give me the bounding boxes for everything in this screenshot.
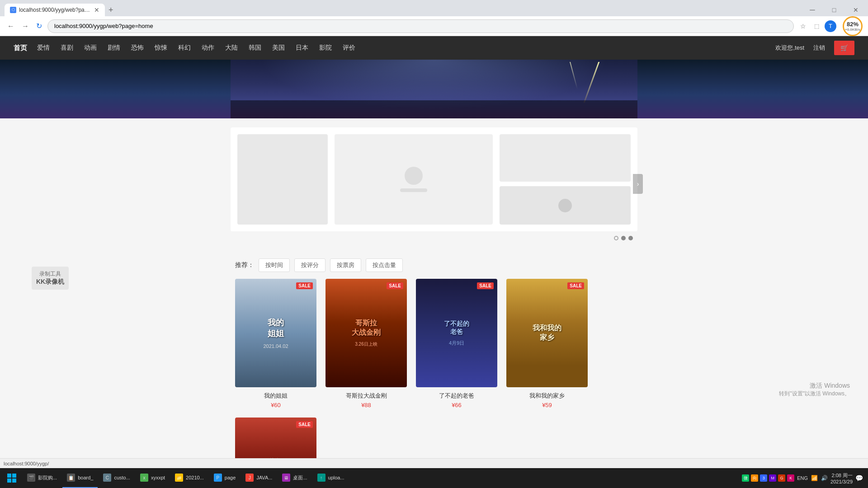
movies-section: 推荐： 按时间 按评分 按票房 按点击量 我的姐姐 2021.04.02 SAL… [231, 249, 637, 488]
tab-close-btn[interactable]: ✕ [94, 6, 99, 14]
nav-item-comedy[interactable]: 喜剧 [60, 42, 74, 54]
nav-item-action[interactable]: 动作 [201, 42, 215, 54]
profile-button[interactable]: T [825, 20, 836, 32]
nav-item-thriller[interactable]: 惊悚 [154, 42, 168, 54]
taskbar-btn-page[interactable]: P page [209, 468, 240, 488]
movie-card-dad[interactable]: 了不起的老爸 4月9日 SALE 了不起的老爸 ¥66 [416, 279, 497, 408]
ad-overlay: 录制工具 KK录像机 [32, 267, 69, 290]
tray-sound-icon[interactable]: 🔊 [821, 474, 828, 482]
address-input[interactable] [47, 19, 794, 33]
nav-item-scifi[interactable]: 科幻 [177, 42, 192, 54]
hero-banner [0, 60, 868, 118]
logout-button[interactable]: 注销 [813, 44, 825, 52]
slide-next-arrow[interactable]: › [633, 174, 643, 194]
filter-by-time[interactable]: 按时间 [259, 258, 290, 272]
java-icon: J [245, 474, 254, 482]
nav-item-american[interactable]: 美国 [271, 42, 286, 54]
movie-title-1: 我的姐姐 [235, 391, 316, 401]
nav-item-mainland[interactable]: 大陆 [224, 42, 239, 54]
slide-right-top[interactable] [500, 134, 631, 182]
performance-badge: 82% +0.0KB/s [843, 16, 863, 36]
nav-item-korean[interactable]: 韩国 [248, 42, 262, 54]
status-bar: localhost:9000/yygp/ [0, 458, 868, 468]
filter-by-rating[interactable]: 按评分 [294, 258, 326, 272]
movie-card-sisters[interactable]: 我的姐姐 2021.04.02 SALE 我的姐姐 ¥60 [235, 279, 316, 408]
taskbar-label-page: page [225, 475, 236, 480]
main-content-area: › 推荐： 按时间 按评分 按票房 按点击量 [0, 118, 868, 488]
movie-price-2: ¥88 [326, 402, 407, 408]
taskbar-lang[interactable]: ENG [797, 475, 808, 481]
nav-item-animation[interactable]: 动画 [83, 42, 98, 54]
browser-tab[interactable]: ⬡ localhost:9000/yyg/web?pag... ✕ [5, 4, 105, 16]
dot-1[interactable] [614, 236, 618, 240]
taskbar-btn-custom[interactable]: C custo... [99, 468, 134, 488]
taskbar-btn-cinema[interactable]: 🎬 影院购... [23, 468, 61, 488]
filter-by-box-office[interactable]: 按票房 [330, 258, 361, 272]
tray-icon-wechat[interactable]: 微 [742, 474, 749, 482]
taskbar-time: 2:08 周一 [830, 472, 853, 479]
taskbar-btn-desktop[interactable]: 🖥 桌面... [278, 468, 311, 488]
taskbar-clock[interactable]: 2:08 周一 2021/3/29 [830, 472, 853, 484]
tray-network-icon[interactable]: 📶 [811, 474, 818, 482]
movie-title-3: 了不起的老爸 [416, 391, 497, 401]
windows-logo [7, 474, 16, 483]
movie-card-hometown[interactable]: 我和我的家乡 SALE 我和我的家乡 ¥59 [506, 279, 588, 408]
movie-card-godzilla[interactable]: 哥斯拉大战金刚 3.26日上映 SALE 哥斯拉大战金刚 ¥88 [326, 279, 407, 408]
perf-sub: +0.0KB/s [845, 28, 860, 32]
ad-line2: KK录像机 [36, 278, 64, 286]
maximize-button[interactable]: □ [824, 3, 844, 17]
filter-label: 推荐： [235, 261, 254, 269]
taskbar-btn-upload[interactable]: ↑ uploa... [313, 468, 349, 488]
nav-item-horror[interactable]: 恐怖 [130, 42, 145, 54]
desktop-icon: 🖥 [282, 474, 290, 482]
taskbar-date: 2021/3/29 [830, 479, 853, 484]
back-button[interactable]: ← [5, 20, 16, 32]
close-button[interactable]: ✕ [845, 3, 866, 17]
tray-icon-sunflower[interactable]: 向 [751, 474, 758, 482]
start-button[interactable] [2, 468, 22, 488]
tab-favicon: ⬡ [10, 7, 16, 13]
sale-badge-5: SALE [296, 421, 313, 428]
dot-3[interactable] [628, 236, 633, 240]
bookmark-button[interactable]: ☆ [797, 21, 808, 32]
nav-item-love[interactable]: 爱情 [36, 42, 51, 54]
welcome-text: 欢迎您,test [775, 44, 804, 52]
nav-item-drama[interactable]: 剧情 [107, 42, 121, 54]
reload-button[interactable]: ↻ [34, 20, 44, 32]
upload-icon: ↑ [317, 474, 326, 482]
nav-item-cinema[interactable]: 影院 [318, 42, 333, 54]
tray-icon-gdou[interactable]: G [778, 474, 785, 482]
slide-center[interactable] [335, 134, 493, 225]
movie-price-3: ¥66 [416, 402, 497, 408]
cart-button[interactable]: 🛒 [834, 41, 854, 55]
page-icon: P [214, 474, 222, 482]
ad-line1: 录制工具 [36, 270, 64, 278]
files-icon: 📁 [175, 474, 183, 482]
taskbar-btn-files[interactable]: 📁 20210... [170, 468, 208, 488]
taskbar-btn-xyxxpt[interactable]: x xyxxpt [136, 468, 170, 488]
tray-notification-icon[interactable]: 💬 [855, 474, 863, 482]
movie-title-4: 我和我的家乡 [506, 391, 588, 401]
slide-left[interactable] [237, 134, 328, 225]
tray-icon-kk[interactable]: K [787, 474, 794, 482]
sale-badge-4: SALE [567, 282, 584, 289]
taskbar-btn-java[interactable]: J JAVA... [241, 468, 277, 488]
slide-right-bottom[interactable] [500, 186, 631, 225]
dot-2[interactable] [621, 236, 626, 240]
taskbar-btn-board[interactable]: 📋 board_ [62, 468, 98, 488]
tray-icon-myecl[interactable]: M [769, 474, 776, 482]
movie-title-2: 哥斯拉大战金刚 [326, 391, 407, 401]
screenshot-button[interactable]: ⬚ [811, 21, 822, 32]
filter-by-clicks[interactable]: 按点击量 [366, 258, 403, 272]
movie-grid: 我的姐姐 2021.04.02 SALE 我的姐姐 ¥60 哥斯拉大战金刚 3.… [235, 279, 633, 488]
status-url: localhost:9000/yygp/ [4, 461, 49, 466]
forward-button[interactable]: → [20, 20, 31, 32]
minimize-button[interactable]: ─ [802, 3, 823, 17]
tray-icon-330[interactable]: 3 [760, 474, 767, 482]
movie-price-4: ¥59 [506, 402, 588, 408]
taskbar-label-board: board_ [78, 475, 93, 480]
nav-item-review[interactable]: 评价 [342, 42, 356, 54]
nav-home[interactable]: 首页 [14, 44, 27, 52]
new-tab-button[interactable]: + [105, 5, 117, 15]
nav-item-japanese[interactable]: 日本 [295, 42, 309, 54]
